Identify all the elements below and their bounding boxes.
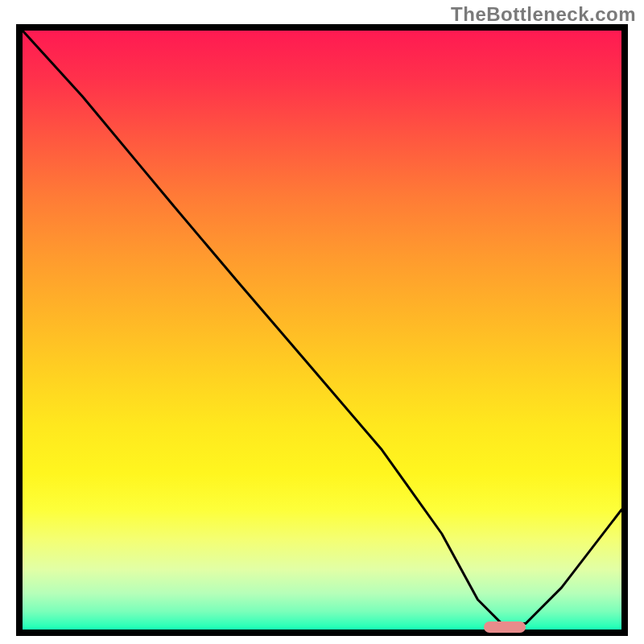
watermark-text: TheBottleneck.com — [451, 3, 636, 26]
chart-gradient-area — [23, 31, 621, 630]
optimal-marker — [484, 621, 526, 633]
chart-frame — [16, 24, 628, 636]
chart-line — [23, 31, 621, 630]
